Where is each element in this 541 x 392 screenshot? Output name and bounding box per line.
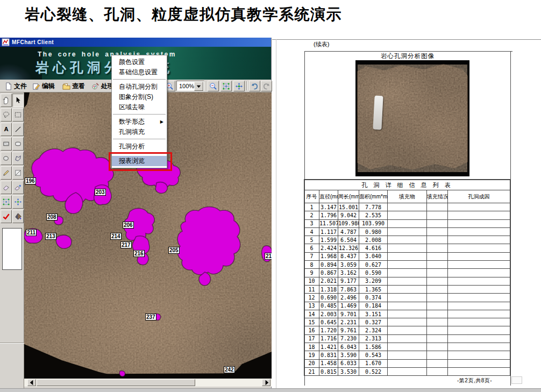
tool-eraser[interactable] bbox=[1, 181, 12, 194]
table-row: 80.8943.0590.627 bbox=[304, 261, 510, 269]
table-cell: 5 bbox=[304, 236, 319, 244]
menu-item-孔洞填充[interactable]: 孔洞填充 bbox=[112, 127, 167, 137]
table-row: 102.0219.1773.209 bbox=[304, 277, 510, 285]
table-cell: 0.894 bbox=[319, 261, 338, 269]
hole-label-217: 217 bbox=[120, 241, 132, 248]
table-cell: 2.324 bbox=[359, 326, 388, 334]
zoom-level-combobox[interactable]: 100% bbox=[176, 81, 204, 91]
table-cell: 0.184 bbox=[359, 302, 388, 310]
table-cell: 8 bbox=[304, 261, 319, 269]
table-row: 161.7209.7612.324 bbox=[304, 326, 510, 334]
table-cell bbox=[388, 236, 427, 244]
scroll-left-button[interactable] bbox=[27, 379, 36, 386]
tool-pencil[interactable] bbox=[1, 166, 12, 180]
tool-lasso[interactable] bbox=[1, 108, 12, 122]
table-cell: 4.787 bbox=[338, 227, 359, 236]
table-cell: 0.867 bbox=[319, 269, 338, 277]
combobox-arrow[interactable] bbox=[194, 82, 203, 91]
undo-icon bbox=[251, 82, 259, 90]
tool-eraser-plus[interactable] bbox=[12, 181, 24, 194]
undo-button[interactable] bbox=[249, 81, 260, 91]
menu-item-数学形态[interactable]: 数学形态▶ bbox=[112, 117, 167, 127]
table-col-header: 孔洞成因 bbox=[448, 190, 510, 203]
table-cell: 1.720 bbox=[319, 326, 338, 334]
table-cell: 1.318 bbox=[319, 285, 338, 293]
tool-text[interactable]: A bbox=[1, 123, 12, 136]
table-cell bbox=[427, 318, 448, 326]
tool-rect-select[interactable] bbox=[12, 108, 24, 122]
menu-file[interactable]: 文件 bbox=[2, 81, 29, 91]
table-cell: 21 bbox=[304, 367, 319, 375]
hole-highlight-group bbox=[24, 148, 272, 376]
tool-hand[interactable] bbox=[1, 94, 12, 107]
table-cell: 3.162 bbox=[338, 269, 359, 277]
report-top-rule bbox=[272, 39, 541, 40]
toolbar-separator bbox=[246, 81, 247, 90]
tool-rounded-rect[interactable] bbox=[12, 137, 24, 151]
menu-edit[interactable]: 编辑 bbox=[30, 81, 57, 91]
tool-rect[interactable] bbox=[1, 137, 12, 151]
drawing-toolbox: A bbox=[0, 92, 24, 388]
tool-polygon[interactable] bbox=[12, 152, 24, 165]
table-cell: 3.530 bbox=[338, 367, 359, 375]
menu-item-区域去噪[interactable]: 区域去噪 bbox=[112, 102, 167, 112]
redo-button[interactable] bbox=[261, 81, 272, 91]
table-cell: 2.313 bbox=[359, 334, 388, 343]
menu-item-基础信息设置[interactable]: 基础信息设置 bbox=[112, 67, 167, 77]
menu-item-自动孔洞分割[interactable]: 自动孔洞分割 bbox=[112, 82, 167, 92]
table-cell bbox=[388, 211, 427, 219]
tool-cursor[interactable] bbox=[12, 94, 24, 107]
table-cell bbox=[448, 367, 510, 375]
table-cell bbox=[388, 252, 427, 260]
zoom-out-button[interactable] bbox=[208, 81, 219, 91]
menu-separator bbox=[112, 112, 167, 117]
pan-view-button[interactable] bbox=[233, 81, 245, 91]
menu-separator bbox=[112, 137, 167, 141]
scrollbar-thumb[interactable] bbox=[37, 379, 195, 386]
table-row: 21.7969.0422.535 bbox=[304, 211, 510, 219]
table-cell bbox=[388, 318, 427, 326]
table-cell bbox=[388, 261, 427, 269]
table-header-row: 序号直径(mm)周长(mm)面积(mm*mm)填充物填充情况孔洞成因 bbox=[304, 190, 510, 203]
table-row: 210.8153.5300.522 bbox=[304, 367, 510, 375]
menu-view[interactable]: 查看 bbox=[60, 81, 87, 91]
hole-highlight bbox=[155, 182, 167, 194]
table-cell: 3.059 bbox=[338, 261, 359, 269]
table-cell: 1.365 bbox=[359, 285, 388, 293]
menu-item-label: 图象分割(S) bbox=[119, 92, 153, 102]
tool-fill[interactable] bbox=[12, 210, 24, 223]
fit-view-button[interactable] bbox=[220, 81, 232, 91]
menu-item-孔洞分析[interactable]: 孔洞分析 bbox=[112, 141, 167, 152]
tool-line[interactable] bbox=[12, 123, 24, 136]
hole-label-196: 196 bbox=[25, 177, 36, 184]
table-cell: 11 bbox=[304, 285, 319, 293]
menu-item-label: 孔洞分析 bbox=[119, 142, 145, 151]
hole-label-214: 214 bbox=[110, 233, 122, 240]
table-cell bbox=[448, 318, 510, 326]
table-cell: 2.535 bbox=[359, 211, 388, 219]
tool-ellipse[interactable] bbox=[1, 152, 12, 165]
menu-item-label: 区域去噪 bbox=[119, 103, 145, 112]
tool-distribute[interactable] bbox=[12, 195, 24, 209]
table-cell: 1.670 bbox=[359, 359, 388, 367]
menu-item-图象分割(S)[interactable]: 图象分割(S) bbox=[112, 92, 167, 102]
table-cell: 15.001 bbox=[338, 203, 359, 211]
table-cell: 2 bbox=[304, 211, 319, 219]
tool-confirm[interactable] bbox=[1, 210, 12, 223]
scroll-right-button[interactable] bbox=[262, 379, 270, 386]
pan-icon bbox=[235, 82, 243, 90]
table-cell: 0.980 bbox=[359, 227, 388, 236]
tool-transform[interactable] bbox=[1, 195, 12, 209]
table-cell: 0.645 bbox=[319, 318, 338, 326]
window-titlebar[interactable]: MFChart Client bbox=[0, 38, 271, 47]
rect-select-icon bbox=[14, 111, 22, 119]
tool-diagonal[interactable] bbox=[12, 166, 24, 180]
menu-item-颜色设置[interactable]: 颜色设置 bbox=[112, 57, 167, 67]
eraser-plus-icon bbox=[14, 183, 22, 191]
table-cell: 1.796 bbox=[319, 211, 338, 219]
hole-label-21: 21 bbox=[265, 253, 272, 260]
table-col-header: 直径(mm) bbox=[319, 190, 338, 203]
horizontal-scrollbar[interactable] bbox=[24, 379, 272, 387]
table-cell bbox=[388, 227, 427, 236]
table-cell: 0.485 bbox=[319, 302, 338, 310]
